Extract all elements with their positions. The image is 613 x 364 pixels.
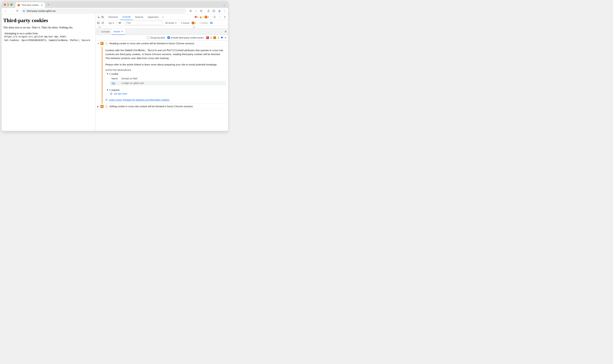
cookie-attempt-label: Attempting to set a cookie from <box>4 32 94 35</box>
tab-application[interactable]: Application <box>145 14 161 20</box>
svg-rect-0 <box>24 10 24 11</box>
cookie-set-header: Set-Cookie: 3pc=1703240163971; SameSite=… <box>4 39 94 42</box>
url-text: third-party-cookies.glitch.me <box>27 10 56 12</box>
svg-rect-24 <box>102 43 102 44</box>
extensions-icon[interactable] <box>200 10 203 12</box>
close-devtools-icon[interactable]: ✕ <box>223 16 227 19</box>
devtools-tabs: Elements Console Network Application » 1… <box>96 14 228 20</box>
issue-count-pill: 1 <box>105 105 108 108</box>
close-window-button[interactable] <box>4 4 6 6</box>
chevron-down-icon: ▾ <box>107 88 108 91</box>
reload-button[interactable]: ⟳ <box>15 9 20 13</box>
breaking-change-icon <box>101 42 104 45</box>
close-drawer-icon[interactable]: ✕ <box>224 30 227 33</box>
site-settings-icon[interactable] <box>23 10 26 12</box>
breaking-change-icon <box>101 105 104 108</box>
issue-description-2: Please refer to the article linked to le… <box>105 63 226 66</box>
drawer-tab-issues[interactable]: Issues ✕ <box>112 28 125 35</box>
issue-item[interactable]: ▶ 1 Setting cookie in cross-site context… <box>96 104 228 109</box>
console-issues-badge[interactable]: ! 2 <box>192 22 196 24</box>
include-3p-checkbox[interactable]: Include third-party cookie issues <box>168 36 204 39</box>
cookie-name-link[interactable]: 3pc <box>112 82 115 84</box>
cookie-subtree-toggle[interactable]: ▾ 1 cookie <box>107 72 226 75</box>
issues-list: ▼ 1 Reading cookie in cross-site context… <box>96 41 228 131</box>
error-legend-icon: ✕ <box>206 36 209 39</box>
tab-strip: 🍪 Third-party cookies ✕ + <box>15 1 51 8</box>
new-tab-button[interactable]: + <box>46 3 51 6</box>
svg-point-22 <box>119 23 120 23</box>
issue-description-1: Cookies with the SameSite=None; Secure a… <box>105 48 226 60</box>
context-dropdown[interactable]: top ▾ <box>108 22 115 24</box>
console-settings-icon[interactable] <box>210 21 213 25</box>
warning-count-badge[interactable]: 2 <box>199 16 204 18</box>
svg-line-21 <box>102 22 104 24</box>
cookie-attempt-url: https://x-origin-src.glitch.me/set-3pc.h… <box>4 35 94 39</box>
toggle-sidebar-icon[interactable] <box>97 22 100 24</box>
drawer-menu-icon[interactable]: ⋮ <box>97 30 99 33</box>
page-intro: This demo tries to set one. That's it. T… <box>3 26 94 29</box>
filter-input[interactable] <box>125 21 163 25</box>
svg-rect-27 <box>102 106 102 107</box>
window-controls <box>4 4 13 6</box>
tab-network[interactable]: Network <box>133 14 145 20</box>
group-by-kind-checkbox[interactable]: Group by kind <box>147 36 165 39</box>
chevron-down-icon: ▾ <box>175 22 176 24</box>
hidden-messages-count[interactable]: 3 hidden <box>199 22 208 24</box>
log-levels-dropdown[interactable]: All levels ▾ <box>164 22 177 24</box>
info-legend-icon <box>221 36 223 39</box>
labs-icon[interactable] <box>207 10 210 12</box>
back-button[interactable]: ← <box>3 9 8 13</box>
issue-item[interactable]: ▼ 1 Reading cookie in cross-site context… <box>96 41 228 46</box>
content-area: Third-party cookies This demo tries to s… <box>2 14 228 131</box>
cookie-domain: x-origin-src.glitch.me/ <box>121 82 144 84</box>
error-count-badge[interactable]: 1 <box>195 16 199 18</box>
request-subtree-toggle[interactable]: ▾ 1 request <box>107 88 226 91</box>
live-expression-icon[interactable] <box>118 21 121 25</box>
drawer-tab-console[interactable]: Console <box>99 28 112 35</box>
learn-more-link[interactable]: Learn more: Prepare for phasing out thir… <box>105 98 226 101</box>
issues-count-badge[interactable]: ! 2 <box>205 16 209 18</box>
issue-detail: Cookies with the SameSite=None; Secure a… <box>102 47 228 104</box>
drawer-tabs: ⋮ Console Issues ✕ ✕ <box>96 28 228 35</box>
issue-title: Reading cookie in cross-site context wil… <box>109 42 194 45</box>
svg-rect-23 <box>102 43 102 43</box>
page-heading: Third-party cookies <box>3 17 94 24</box>
clear-console-icon[interactable] <box>101 22 104 24</box>
more-tabs-icon[interactable]: » <box>161 16 165 18</box>
devtools-menu-icon[interactable]: ⋮ <box>218 16 222 19</box>
tab-elements[interactable]: Elements <box>106 14 120 20</box>
toolbar-actions: ☆ ⋮ <box>189 9 226 13</box>
favicon-icon: 🍪 <box>17 4 20 6</box>
minimize-window-button[interactable] <box>7 4 9 6</box>
address-bar[interactable]: third-party-cookies.glitch.me <box>21 9 186 13</box>
warning-legend-icon: ! <box>213 36 216 39</box>
close-drawer-tab-icon[interactable]: ✕ <box>121 30 123 33</box>
svg-point-17 <box>214 17 215 17</box>
zoom-icon[interactable] <box>189 10 193 13</box>
cookie-col-domain: Domain & Path <box>121 77 137 80</box>
menu-button[interactable]: ⋮ <box>223 9 226 13</box>
maximize-window-button[interactable] <box>11 4 13 6</box>
close-tab-button[interactable]: ✕ <box>41 4 43 6</box>
profile-avatar[interactable] <box>218 9 221 13</box>
browser-tab[interactable]: 🍪 Third-party cookies ✕ <box>15 2 45 8</box>
svg-rect-26 <box>102 106 102 106</box>
bookmark-icon[interactable]: ☆ <box>195 9 198 13</box>
side-panel-icon[interactable] <box>212 10 216 12</box>
issue-icon: ! <box>192 22 194 24</box>
device-toggle-icon[interactable] <box>101 16 105 19</box>
affected-request-link[interactable]: set-3pc.html <box>110 92 226 95</box>
issue-count-pill: 1 <box>105 42 108 45</box>
inspect-icon[interactable] <box>97 16 101 19</box>
expand-toggle-icon[interactable]: ▶ <box>97 105 99 108</box>
tab-search-button[interactable]: ⌄ <box>223 3 225 6</box>
issues-legend: ✕0 !2 0 <box>206 36 226 39</box>
affected-resources-label: AFFECTED RESOURCES <box>105 69 226 71</box>
issues-label: 2 Issues: <box>181 22 190 24</box>
issues-toolbar: Group by kind Include third-party cookie… <box>96 35 228 41</box>
forward-button[interactable]: → <box>9 9 14 13</box>
tab-console[interactable]: Console <box>120 14 133 20</box>
expand-toggle-icon[interactable]: ▼ <box>97 42 99 45</box>
settings-icon[interactable] <box>213 15 217 19</box>
cookie-table-row: 3pc x-origin-src.glitch.me/ <box>110 81 226 85</box>
